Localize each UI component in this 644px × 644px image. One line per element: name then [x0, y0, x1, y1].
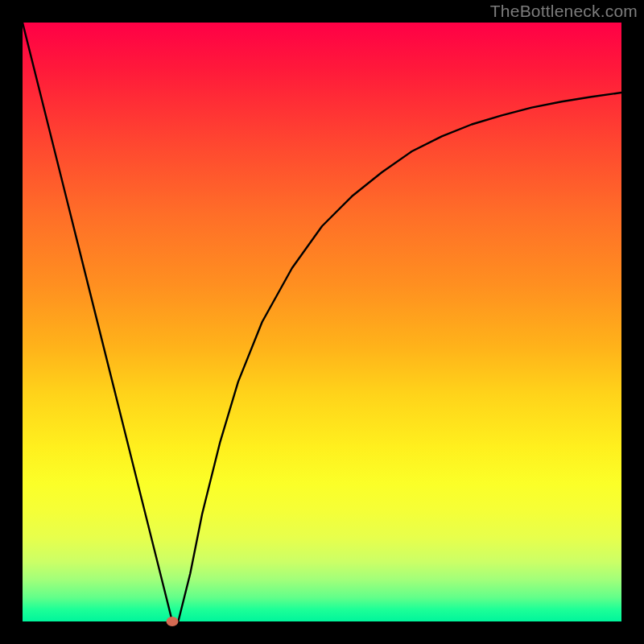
curve-svg	[23, 23, 621, 621]
chart-container: TheBottleneck.com	[0, 0, 644, 644]
bottleneck-curve	[23, 23, 621, 621]
optimal-point-marker	[167, 617, 179, 626]
watermark-label: TheBottleneck.com	[490, 2, 638, 21]
plot-area	[23, 23, 621, 621]
